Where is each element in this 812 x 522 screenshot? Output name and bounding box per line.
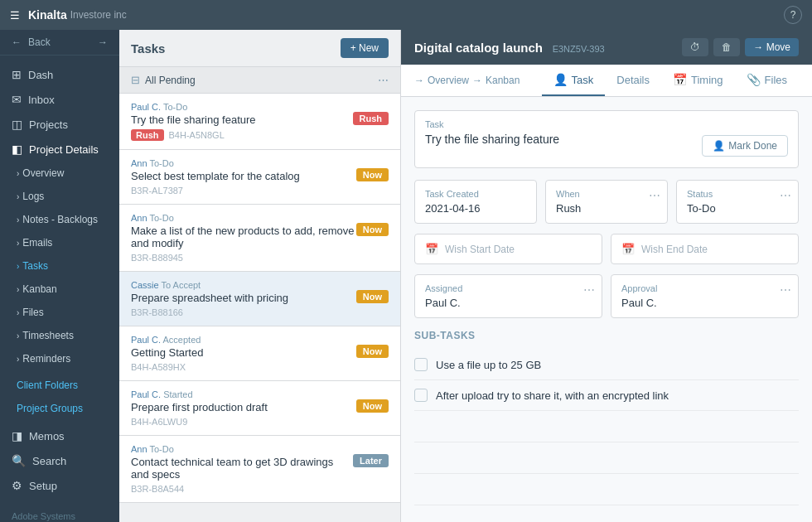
subtask-checkbox[interactable] [414,358,428,371]
client-folders-link[interactable]: Client Folders [0,374,119,397]
field-more-icon[interactable]: ⋯ [780,283,791,297]
breadcrumb-arrow-icon: → [414,75,424,86]
back-arrow-icon: ← [12,36,22,48]
task-id: B3R-B88166 [131,307,288,317]
detail-task-id: E3NZ5V-393 [553,44,605,54]
task-id: B3R-AL7387 [131,186,300,196]
tasks-filter-bar: ⊟ All Pending ⋯ [119,67,400,94]
sidebar-item-logs[interactable]: › Logs [0,185,119,208]
tab-timing[interactable]: 📅 Timing [661,65,735,96]
tab-label: Details [616,74,650,86]
sidebar-back[interactable]: ← Back → [0,30,119,56]
delete-button[interactable]: 🗑 [713,38,740,56]
sidebar-sub-label: Notes - Backlogs [22,214,98,225]
sidebar-footer: Adobe Systems [0,505,119,522]
dates-row: 📅 Wish Start Date 📅 Wish End Date [414,234,799,264]
sidebar-item-reminders[interactable]: › Reminders [0,347,119,370]
field-value: Paul C. [425,297,592,309]
back-label: Back [28,36,51,48]
wish-end-field[interactable]: 📅 Wish End Date [611,234,799,264]
subtask-item: Use a file up to 25 GB [414,350,799,380]
subtask-item: After upload try to share it, with an en… [414,380,799,411]
sidebar-item-memos[interactable]: ◨ Memos [0,423,119,448]
task-title: Select best template for the catalog [131,170,300,182]
wish-start-field[interactable]: 📅 Wish Start Date [414,234,602,264]
subtask-checkbox[interactable] [414,389,428,402]
help-button[interactable]: ? [784,6,802,24]
task-item[interactable]: Ann To-Do Contact technical team to get … [119,436,400,503]
detail-title: Digital catalog launch [414,41,543,55]
task-item[interactable]: Ann To-Do Make a list of the new product… [119,205,400,272]
breadcrumb-kanban[interactable]: Kanban [486,75,520,86]
task-item[interactable]: Paul C. To-Do Try the file sharing featu… [119,94,400,150]
arrow-icon: › [17,192,19,201]
move-button[interactable]: → Move [745,38,799,56]
sidebar-item-notes-backlogs[interactable]: › Notes - Backlogs [0,208,119,231]
field-more-icon[interactable]: ⋯ [583,283,595,297]
breadcrumb-separator: → [472,75,482,86]
sidebar-item-setup[interactable]: ⚙ Setup [0,473,119,498]
when-field: When Rush ⋯ [545,180,668,224]
task-id: B3R-B8A544 [131,484,353,494]
sidebar-sub-label: Timesheets [22,330,74,341]
field-more-icon[interactable]: ⋯ [649,189,660,202]
task-person: Paul C. [131,102,161,112]
sidebar-item-timesheets[interactable]: › Timesheets [0,324,119,347]
project-groups-label: Project Groups [17,403,83,414]
task-meta: Paul C. Accepted [131,335,389,345]
new-task-button[interactable]: + New [341,38,389,58]
sidebar-item-files[interactable]: › Files [0,301,119,324]
sidebar-nav: ⊞ Dash ✉ Inbox ◫ Projects ◧ Project Deta… [0,56,119,505]
field-label: Approval [621,283,788,293]
tab-files[interactable]: 📎 Files [735,65,799,96]
sidebar-item-project-details[interactable]: ◧ Project Details [0,137,119,162]
setup-icon: ⚙ [12,479,22,492]
sidebar-item-overview[interactable]: › Overview [0,162,119,185]
sidebar-item-kanban[interactable]: › Kanban [0,278,119,301]
task-id: B4H-A589HX [131,362,203,372]
sidebar-item-label: Inbox [28,94,55,106]
person-icon: 👤 [713,140,725,152]
task-item[interactable]: Paul C. Accepted Getting Started B4H-A58… [119,326,400,381]
files-tab-icon: 📎 [747,73,761,86]
timer-button[interactable]: ⏱ [682,38,708,56]
detail-nav-row: → Overview → Kanban 👤 Task Details 📅 Tim… [401,65,812,97]
sidebar-sub-label: Kanban [22,283,56,295]
task-status: To Accept [161,280,201,290]
approval-field: Approval Paul C. ⋯ [611,274,799,318]
task-item[interactable]: Ann To-Do Select best template for the c… [119,150,400,205]
filter-label[interactable]: All Pending [145,75,378,86]
menu-icon[interactable]: ☰ [10,9,20,22]
filter-more-icon[interactable]: ⋯ [378,74,389,86]
app-title: Kinalta [28,8,67,22]
breadcrumb-overview[interactable]: Overview [428,75,469,86]
sidebar-item-dash[interactable]: ⊞ Dash [0,62,119,87]
subtask-empty [414,442,799,474]
field-value: Rush [556,202,657,215]
sidebar-item-search[interactable]: 🔍 Search [0,448,119,473]
task-title: Contact technical team to get 3D drawing… [131,456,353,481]
task-item[interactable]: Cassie To Accept Prepare spreadsheet wit… [119,272,400,326]
sidebar-item-tasks[interactable]: › Tasks [0,254,119,278]
sidebar-item-projects[interactable]: ◫ Projects [0,112,119,137]
task-badge: Now [356,223,389,236]
tab-task[interactable]: 👤 Task [542,65,606,96]
project-details-icon: ◧ [12,143,22,156]
task-person: Ann [131,444,147,454]
subtask-text: After upload try to share it, with an en… [436,389,669,402]
task-item[interactable]: Paul C. Started Prepare first production… [119,381,400,436]
task-badge: Rush [353,112,389,125]
sidebar-item-emails[interactable]: › Emails [0,231,119,254]
sidebar-item-inbox[interactable]: ✉ Inbox [0,87,119,112]
task-person: Cassie [131,280,159,290]
memos-icon: ◨ [12,429,22,442]
fields-row-1: Task Created 2021-04-16 When Rush ⋯ Stat… [414,180,799,224]
sidebar-item-label: Memos [29,430,65,442]
sidebar-item-label: Projects [29,118,68,131]
arrow-icon: › [17,308,19,317]
tab-details[interactable]: Details [605,65,661,96]
project-groups-link[interactable]: Project Groups [0,397,119,420]
wish-start-label: Wish Start Date [445,244,515,255]
mark-done-button[interactable]: 👤 Mark Done [702,135,788,157]
field-more-icon[interactable]: ⋯ [780,189,791,202]
